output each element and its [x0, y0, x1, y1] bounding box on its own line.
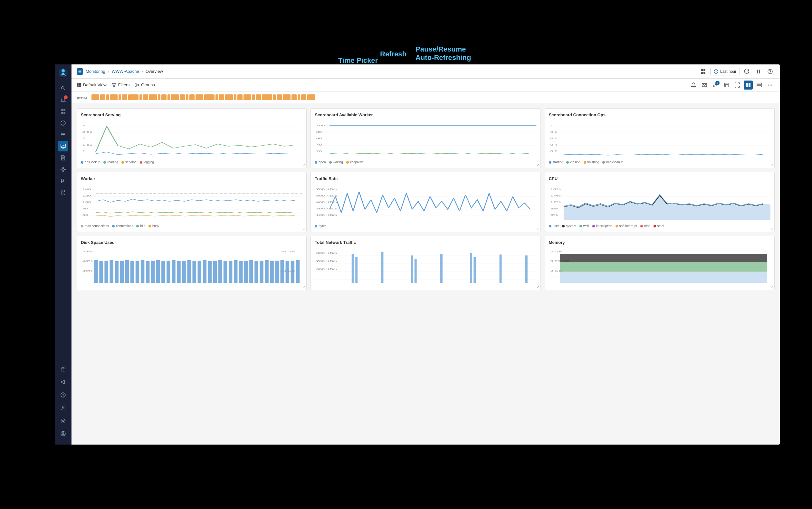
svg-rect-162: [198, 261, 201, 283]
sidebar-logo[interactable]: [57, 67, 69, 78]
svg-text:20 GB: 20 GB: [280, 250, 295, 253]
sidebar-item-globe[interactable]: [58, 429, 68, 439]
sidebar-item-help[interactable]: [58, 390, 68, 400]
expand-icon-2[interactable]: ⤢: [537, 163, 539, 167]
svg-text:2.50: 2.50: [82, 131, 93, 133]
sidebar-item-team[interactable]: [58, 403, 68, 413]
sidebar-item-monitoring[interactable]: [58, 141, 68, 151]
sidebar-item-announce[interactable]: [58, 377, 68, 387]
expand-icon-6[interactable]: ⤢: [771, 227, 773, 230]
alert-button[interactable]: [689, 80, 698, 90]
sidebar-item-ml[interactable]: [58, 164, 68, 175]
events-label: Events: [77, 95, 87, 99]
sidebar-item-apps[interactable]: [58, 106, 68, 116]
event-block: [118, 94, 121, 100]
inspect-button[interactable]: [722, 80, 731, 90]
svg-text:120: 120: [82, 195, 91, 197]
svg-text:60: 60: [82, 214, 88, 216]
svg-rect-148: [125, 260, 129, 283]
event-block: [219, 94, 224, 100]
svg-text:14%: 14%: [550, 195, 560, 197]
event-block: [262, 94, 272, 100]
sidebar-item-alerts[interactable]: [58, 95, 68, 105]
svg-text:0.6: 0.6: [550, 137, 557, 140]
svg-rect-4: [61, 109, 63, 111]
chart-scoreboard-available: Scoreboard Available Worker 100 80 60 40: [311, 108, 540, 168]
svg-rect-193: [415, 259, 417, 283]
chart-area-scoreboard-serving: 3 2.50 2 1.50 1: [81, 120, 303, 159]
expand-icon-1[interactable]: ⤢: [303, 163, 305, 167]
svg-rect-157: [172, 260, 175, 283]
svg-point-19: [62, 168, 64, 170]
sidebar-item-search[interactable]: [58, 83, 68, 94]
svg-rect-197: [500, 254, 502, 283]
fullscreen-button[interactable]: [733, 80, 742, 90]
svg-rect-181: [296, 260, 299, 283]
panel-button[interactable]: [755, 80, 764, 90]
svg-rect-11: [61, 134, 65, 135]
event-block: [168, 94, 170, 100]
svg-text:0.2: 0.2: [550, 150, 557, 153]
breadcrumb-monitoring[interactable]: Monitoring: [86, 69, 105, 74]
expand-icon-8[interactable]: ⤢: [537, 285, 539, 289]
sidebar-item-docs[interactable]: [58, 153, 68, 163]
svg-rect-58: [79, 86, 81, 87]
svg-rect-164: [208, 261, 212, 283]
chart-area-memory: 4 GB 3.50 GB 3 GB: [549, 247, 771, 286]
expand-icon-9[interactable]: ⤢: [771, 285, 773, 289]
chart-cpu: CPU 18% 14% 12% 8% 6%: [545, 172, 775, 232]
expand-icon-3[interactable]: ⤢: [771, 163, 773, 167]
help-button[interactable]: [766, 67, 775, 76]
pause-button[interactable]: [754, 67, 763, 76]
mail-button[interactable]: [700, 80, 709, 90]
svg-rect-155: [162, 261, 165, 283]
topbar-right: Last hour: [699, 67, 775, 76]
expand-icon-7[interactable]: ⤢: [303, 285, 305, 289]
svg-rect-159: [182, 261, 185, 283]
svg-rect-48: [701, 72, 703, 74]
event-block: [301, 94, 306, 100]
svg-rect-170: [239, 261, 243, 283]
annotation-time-picker: Time Picker: [338, 56, 378, 65]
svg-rect-69: [757, 86, 762, 87]
chart-title-worker: Worker: [81, 176, 303, 181]
event-block: [237, 94, 243, 100]
sidebar-item-logs[interactable]: [58, 130, 68, 140]
time-picker-button[interactable]: Last hour: [710, 68, 740, 75]
more-button[interactable]: [766, 80, 775, 90]
filters-item[interactable]: Filters: [112, 82, 130, 87]
sidebar-item-flag[interactable]: [58, 176, 68, 186]
chart-area-scoreboard-available: 100 80 60 40 20: [315, 120, 536, 159]
sidebar-item-gift[interactable]: [58, 364, 68, 374]
link-button[interactable]: 9: [711, 80, 720, 90]
event-block: [139, 94, 142, 100]
svg-rect-147: [120, 261, 124, 283]
sidebar-item-info[interactable]: i: [58, 118, 68, 128]
expand-icon-5[interactable]: ⤢: [537, 227, 539, 230]
topbar: Monitoring › WWW-Apache › Overview: [71, 64, 780, 78]
svg-point-41: [61, 431, 65, 436]
svg-text:i: i: [63, 122, 64, 125]
svg-line-36: [65, 383, 65, 383]
svg-rect-153: [151, 261, 154, 283]
svg-rect-190: [356, 257, 358, 283]
svg-text:0.4: 0.4: [550, 144, 557, 146]
grid-button[interactable]: [744, 80, 753, 90]
svg-rect-169: [234, 260, 237, 283]
chart-legend-scoreboard-connection: starting closing finishing idle cleanup: [549, 161, 771, 164]
expand-icon-4[interactable]: ⤢: [303, 227, 305, 230]
breadcrumb-app[interactable]: WWW-Apache: [112, 69, 139, 74]
apps-grid-button[interactable]: [699, 67, 708, 76]
svg-rect-189: [352, 254, 354, 283]
chart-scoreboard-serving: Scoreboard Serving: [77, 108, 307, 168]
svg-text:400 KB/s: 400 KB/s: [316, 201, 337, 204]
groups-item[interactable]: Groups: [135, 82, 155, 87]
default-view-item[interactable]: Default View: [77, 82, 107, 87]
svg-point-1: [62, 69, 65, 72]
refresh-button[interactable]: [742, 67, 751, 76]
sidebar-item-settings[interactable]: [58, 415, 68, 426]
chart-title-scoreboard-available: Scoreboard Available Worker: [315, 112, 536, 117]
svg-line-35: [65, 381, 65, 381]
sidebar-item-history[interactable]: [58, 188, 68, 198]
svg-rect-195: [470, 253, 472, 283]
